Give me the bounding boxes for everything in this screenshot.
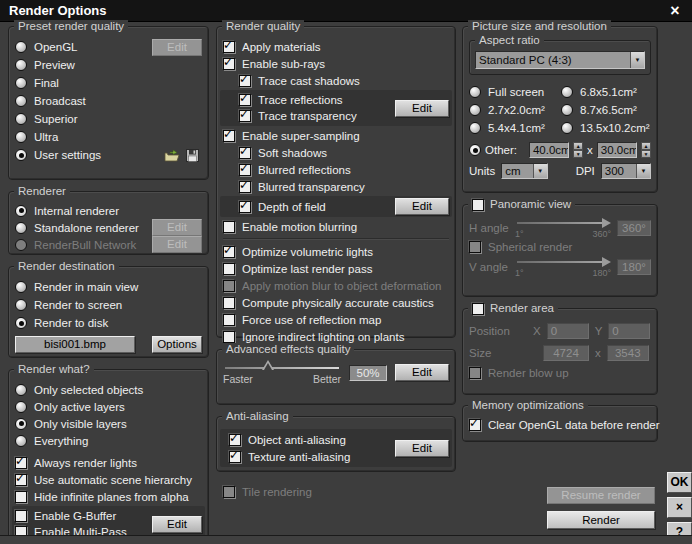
radio-size-2-7-label[interactable]: 2.7x2.0cm² [488, 104, 545, 116]
checkbox-depth-of-field[interactable] [239, 201, 251, 213]
gbuffer-edit-button[interactable]: Edit [152, 516, 202, 533]
radio-standalone-renderer-label[interactable]: Standalone renderer [34, 222, 139, 234]
radio-size-2-7[interactable] [469, 104, 481, 116]
quality-value-field[interactable]: 50% [349, 365, 387, 381]
render-file-options-button[interactable]: Options [152, 336, 202, 353]
radio-other[interactable] [469, 144, 481, 156]
radio-size-5-4-label[interactable]: 5.4x4.1cm² [488, 122, 545, 134]
checkbox-force-reflection-map[interactable] [223, 314, 235, 326]
quality-slider-thumb[interactable] [262, 360, 274, 370]
dpi-select[interactable]: 300 [601, 163, 651, 179]
ok-button[interactable]: OK [667, 472, 692, 493]
checkbox-trace-cast-shadows[interactable] [239, 75, 251, 87]
radio-preview[interactable] [15, 59, 27, 71]
units-select[interactable]: cm [501, 163, 547, 179]
radio-only-active-layers[interactable] [15, 401, 27, 413]
reflections-edit-button[interactable]: Edit [395, 100, 449, 117]
checkbox-ignore-indirect-plants-label[interactable]: Ignore indirect lighting on plants [242, 331, 404, 343]
radio-size-13-5-label[interactable]: 13.5x10.2cm² [580, 122, 650, 134]
checkbox-texture-anti-aliasing[interactable] [229, 451, 241, 463]
checkbox-use-automatic-scene-hierarchy-label[interactable]: Use automatic scene hierarchy [34, 474, 192, 486]
checkbox-enable-motion-blurring-label[interactable]: Enable motion blurring [242, 221, 357, 233]
checkbox-enable-sub-rays[interactable] [223, 58, 235, 70]
dpi-dropdown-arrow-icon[interactable] [636, 164, 650, 178]
checkbox-hide-infinite-planes-label[interactable]: Hide infinite planes from alpha [34, 491, 189, 503]
checkbox-apply-materials[interactable] [223, 41, 235, 53]
panoramic-view-label[interactable]: Panoramic view [490, 198, 571, 211]
radio-opengl-label[interactable]: OpenGL [34, 41, 77, 53]
save-preset-icon[interactable] [186, 149, 202, 162]
checkbox-enable-super-sampling-label[interactable]: Enable super-sampling [242, 130, 360, 142]
checkbox-enable-g-buffer[interactable] [15, 510, 27, 522]
render-area-label[interactable]: Render area [490, 302, 554, 315]
checkbox-ignore-indirect-plants[interactable] [223, 331, 235, 343]
checkbox-enable-motion-blurring[interactable] [223, 221, 235, 233]
checkbox-enable-sub-rays-label[interactable]: Enable sub-rays [242, 58, 325, 70]
radio-everything-label[interactable]: Everything [34, 435, 88, 447]
checkbox-force-reflection-map-label[interactable]: Force use of reflection map [242, 314, 381, 326]
quality-slider[interactable] [223, 361, 341, 375]
checkbox-hide-infinite-planes[interactable] [15, 491, 27, 503]
checkbox-trace-reflections-label[interactable]: Trace reflections [258, 94, 343, 106]
radio-broadcast[interactable] [15, 95, 27, 107]
checkbox-always-render-lights-label[interactable]: Always render lights [34, 457, 137, 469]
radio-ultra-label[interactable]: Ultra [34, 131, 58, 143]
checkbox-optimize-volumetric-lights[interactable] [223, 246, 235, 258]
checkbox-optimize-last-render-pass-label[interactable]: Optimize last render pass [242, 263, 372, 275]
checkbox-panoramic-view[interactable] [472, 199, 484, 211]
advanced-edit-button[interactable]: Edit [395, 364, 449, 381]
height-field[interactable]: 30.0cm [597, 142, 637, 158]
checkbox-enable-super-sampling[interactable] [223, 130, 235, 142]
radio-internal-renderer-label[interactable]: Internal renderer [34, 205, 119, 217]
load-preset-icon[interactable] [164, 149, 180, 162]
radio-other-label[interactable]: Other: [485, 144, 517, 156]
quality-slider-track[interactable] [225, 367, 339, 369]
radio-only-selected-objects-label[interactable]: Only selected objects [34, 384, 143, 396]
checkbox-enable-g-buffer-label[interactable]: Enable G-Buffer [34, 510, 116, 522]
depth-of-field-edit-button[interactable]: Edit [395, 198, 449, 215]
radio-size-8-7[interactable] [561, 104, 573, 116]
checkbox-texture-anti-aliasing-label[interactable]: Texture anti-aliasing [248, 451, 350, 463]
radio-only-visible-layers[interactable] [15, 418, 27, 430]
render-file-button[interactable]: bisi001.bmp [15, 336, 135, 353]
checkbox-depth-of-field-label[interactable]: Depth of field [258, 201, 326, 213]
radio-full-screen-label[interactable]: Full screen [488, 86, 544, 98]
checkbox-trace-transparency-label[interactable]: Trace transparency [258, 110, 357, 122]
checkbox-optimize-volumetric-lights-label[interactable]: Optimize volumetric lights [242, 246, 373, 258]
checkbox-trace-transparency[interactable] [239, 110, 251, 122]
checkbox-blurred-reflections[interactable] [239, 164, 251, 176]
radio-only-visible-layers-label[interactable]: Only visible layers [34, 418, 127, 430]
radio-internal-renderer[interactable] [15, 205, 27, 217]
radio-broadcast-label[interactable]: Broadcast [34, 95, 86, 107]
radio-size-5-4[interactable] [469, 122, 481, 134]
units-dropdown-arrow-icon[interactable] [533, 164, 547, 178]
radio-full-screen[interactable] [469, 86, 481, 98]
checkbox-trace-reflections[interactable] [239, 94, 251, 106]
radio-user-settings[interactable] [15, 149, 27, 161]
checkbox-soft-shadows[interactable] [239, 147, 251, 159]
close-button[interactable]: × [667, 497, 692, 518]
checkbox-trace-cast-shadows-label[interactable]: Trace cast shadows [258, 75, 360, 87]
radio-render-to-screen[interactable] [15, 299, 27, 311]
checkbox-soft-shadows-label[interactable]: Soft shadows [258, 147, 327, 159]
width-field[interactable]: 40.0cm [529, 142, 569, 158]
radio-everything[interactable] [15, 435, 27, 447]
radio-ultra[interactable] [15, 131, 27, 143]
checkbox-use-automatic-scene-hierarchy[interactable] [15, 474, 27, 486]
checkbox-blurred-reflections-label[interactable]: Blurred reflections [258, 164, 351, 176]
checkbox-apply-materials-label[interactable]: Apply materials [242, 41, 321, 53]
render-button[interactable]: Render [547, 511, 655, 529]
checkbox-blurred-transparency[interactable] [239, 181, 251, 193]
height-spinner[interactable]: ▲▼ [641, 142, 651, 158]
radio-render-to-disk[interactable] [15, 317, 27, 329]
radio-size-13-5[interactable] [561, 122, 573, 134]
checkbox-optimize-last-render-pass[interactable] [223, 263, 235, 275]
checkbox-clear-opengl-label[interactable]: Clear OpenGL data before render [488, 419, 660, 431]
checkbox-blurred-transparency-label[interactable]: Blurred transparency [258, 181, 365, 193]
radio-final[interactable] [15, 77, 27, 89]
checkbox-compute-caustics[interactable] [223, 297, 235, 309]
radio-opengl[interactable] [15, 41, 27, 53]
radio-standalone-renderer[interactable] [15, 222, 27, 234]
radio-superior-label[interactable]: Superior [34, 113, 77, 125]
radio-size-6-8[interactable] [561, 86, 573, 98]
